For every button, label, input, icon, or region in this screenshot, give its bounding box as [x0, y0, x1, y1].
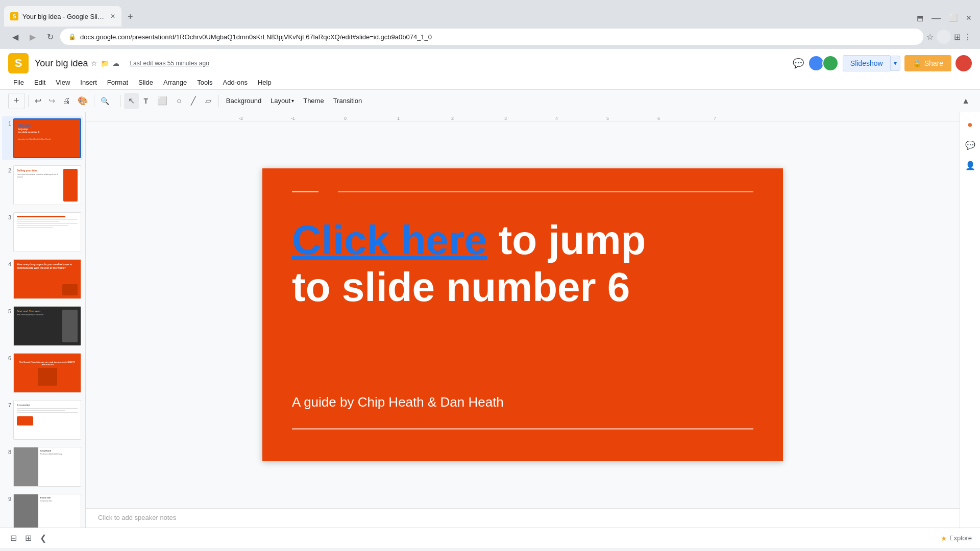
tab[interactable]: S Your big idea - Google Slides ✕: [4, 6, 121, 27]
to-jump-text: to jump: [487, 217, 646, 263]
explore-button[interactable]: Explore: [949, 534, 972, 542]
lock-share-icon: 🔒: [913, 59, 921, 67]
share-button[interactable]: 🔒 Share: [904, 55, 951, 71]
line-tool[interactable]: ╱: [187, 93, 200, 109]
slide-thumb-5[interactable]: 5 Just one! Your own. Write a little sto…: [2, 304, 83, 348]
main-area: 1 Click here to jump to slide number 6 A…: [0, 112, 980, 528]
right-panel-btn-1[interactable]: ●: [962, 116, 978, 133]
image-tool[interactable]: ⬜: [153, 93, 172, 109]
list-view-button[interactable]: ⊞: [23, 531, 34, 545]
add-button[interactable]: +: [8, 93, 25, 109]
transition-button[interactable]: Transition: [329, 93, 366, 109]
right-panel-btn-3[interactable]: 👤: [962, 157, 978, 173]
top-long-line: [338, 191, 753, 192]
bottom-line: [292, 428, 753, 430]
slide-thumb-2[interactable]: 2 Selling your idea Lorem ipsum dolor si…: [2, 163, 83, 207]
menu-tools[interactable]: Tools: [192, 76, 217, 89]
new-tab-button[interactable]: +: [124, 10, 137, 24]
speaker-notes-placeholder[interactable]: Click to add speaker notes: [98, 514, 176, 521]
bookmark-icon[interactable]: ☆: [926, 32, 934, 42]
url-text: docs.google.com/presentation/d/1ROchrv0U…: [80, 33, 432, 41]
menu-format[interactable]: Format: [102, 76, 133, 89]
slide-thumb-7[interactable]: 7 A correction: [2, 398, 83, 442]
paint-format-button[interactable]: 🎨: [75, 93, 91, 109]
slideshow-dropdown-button[interactable]: ▾: [890, 56, 900, 71]
right-panel-btn-2[interactable]: 💬: [962, 137, 978, 153]
lock-icon: 🔒: [68, 33, 76, 40]
star-icon[interactable]: ☆: [91, 59, 97, 67]
comments-icon[interactable]: 💬: [793, 58, 804, 69]
undo-button[interactable]: ↩: [32, 93, 44, 109]
collapse-panel-button[interactable]: ▲: [960, 94, 972, 108]
second-line-text: to slide number 6: [292, 264, 753, 311]
app-title-area: Your big idea ☆ 📁 ☁: [35, 58, 119, 69]
slide-preview-9: Frame title Content text here: [13, 494, 81, 528]
url-bar[interactable]: 🔒 docs.google.com/presentation/d/1ROchrv…: [60, 29, 923, 45]
redo-button[interactable]: ↪: [45, 93, 58, 109]
slide-preview-1: Click here to jump to slide number 6 A g…: [13, 118, 81, 158]
comment-tool[interactable]: ▱: [201, 93, 215, 109]
reload-button[interactable]: ↻: [43, 30, 57, 44]
maximize-icon[interactable]: ⬜: [949, 14, 958, 22]
menu-addons[interactable]: Add-ons: [218, 76, 253, 89]
theme-button[interactable]: Theme: [299, 93, 328, 109]
slides-panel[interactable]: 1 Click here to jump to slide number 6 A…: [0, 112, 86, 528]
slide-thumb-9[interactable]: 9 Frame title Content text here: [2, 492, 83, 528]
menu-edit[interactable]: Edit: [29, 76, 51, 89]
app-logo: S: [8, 53, 29, 73]
slide-thumb-8[interactable]: 8 Chip Heath Professor at Stanford Unive…: [2, 445, 83, 489]
slide-preview-3: [13, 212, 81, 252]
slide-thumb-1[interactable]: 1 Click here to jump to slide number 6 A…: [2, 116, 83, 160]
right-side-panel: ● 💬 👤: [960, 112, 980, 528]
collapse-sidebar-button[interactable]: ❮: [38, 531, 48, 545]
window-close-icon[interactable]: ✕: [966, 14, 972, 22]
slide-num-2: 2: [4, 167, 11, 173]
slide-thumb-6[interactable]: 6 The Google Translate app can read docu…: [2, 351, 83, 395]
main-text-area[interactable]: Click here to jump to slide number 6: [292, 217, 753, 311]
slide-preview-7: A correction: [13, 400, 81, 440]
last-edit[interactable]: Last edit was 55 minutes ago: [130, 60, 209, 67]
menu-insert[interactable]: Insert: [75, 76, 102, 89]
shape-tool[interactable]: ○: [173, 93, 186, 109]
layout-dropdown-icon: ▾: [291, 98, 294, 104]
menu-file[interactable]: File: [8, 76, 29, 89]
print-button[interactable]: 🖨: [59, 93, 74, 109]
zoom-out-button[interactable]: 🔍: [97, 93, 112, 109]
forward-button[interactable]: ▶: [26, 30, 40, 44]
restore-icon[interactable]: ⬒: [917, 14, 923, 22]
cloud-icon[interactable]: ☁: [112, 59, 119, 67]
slide-thumb-4[interactable]: 4 How many languages do you need to know…: [2, 257, 83, 301]
user-avatar[interactable]: [955, 55, 972, 71]
speaker-notes[interactable]: Click to add speaker notes: [86, 508, 960, 528]
grid-view-button[interactable]: ⊟: [8, 531, 19, 545]
background-button[interactable]: Background: [222, 93, 265, 109]
slide-canvas[interactable]: Click here to jump to slide number 6 A g…: [262, 168, 783, 461]
folder-icon[interactable]: 📁: [101, 59, 109, 67]
text-tool[interactable]: T: [140, 93, 153, 109]
minimize-icon[interactable]: —: [932, 13, 941, 22]
cursor-tool[interactable]: ↖: [124, 93, 139, 109]
slide-num-7: 7: [4, 402, 11, 408]
slide-canvas-area[interactable]: Click here to jump to slide number 6 A g…: [86, 121, 960, 508]
menu-slide[interactable]: Slide: [133, 76, 158, 89]
layout-button[interactable]: Layout▾: [266, 93, 298, 109]
slide-num-4: 4: [4, 261, 11, 267]
slide-preview-8: Chip Heath Professor at Stanford Univers…: [13, 447, 81, 487]
menu-help[interactable]: Help: [253, 76, 277, 89]
slide-subtitle[interactable]: A guide by Chip Heath & Dan Heath: [292, 394, 504, 410]
tab-close-icon[interactable]: ✕: [110, 13, 115, 20]
click-here-text[interactable]: Click here: [292, 217, 487, 263]
profile-icon[interactable]: [937, 30, 951, 44]
slide-thumb-3[interactable]: 3: [2, 210, 83, 254]
back-button[interactable]: ◀: [8, 30, 22, 44]
slide-preview-6: The Google Translate app can read docume…: [13, 353, 81, 393]
extensions-icon[interactable]: ⊞: [954, 32, 961, 42]
ruler: -2 -1 0 1 2 3 4 5 6 7: [86, 112, 960, 121]
bottom-bar: ⊟ ⊞ ❮ ★ Explore: [0, 528, 980, 548]
menu-view[interactable]: View: [51, 76, 75, 89]
chrome-menu-icon[interactable]: ⋮: [964, 32, 972, 42]
slideshow-button[interactable]: Slideshow: [843, 55, 890, 71]
main-headline: Click here to jump: [292, 217, 753, 264]
slide-preview-2: Selling your idea Lorem ipsum dolor sit …: [13, 165, 81, 205]
menu-arrange[interactable]: Arrange: [158, 76, 192, 89]
